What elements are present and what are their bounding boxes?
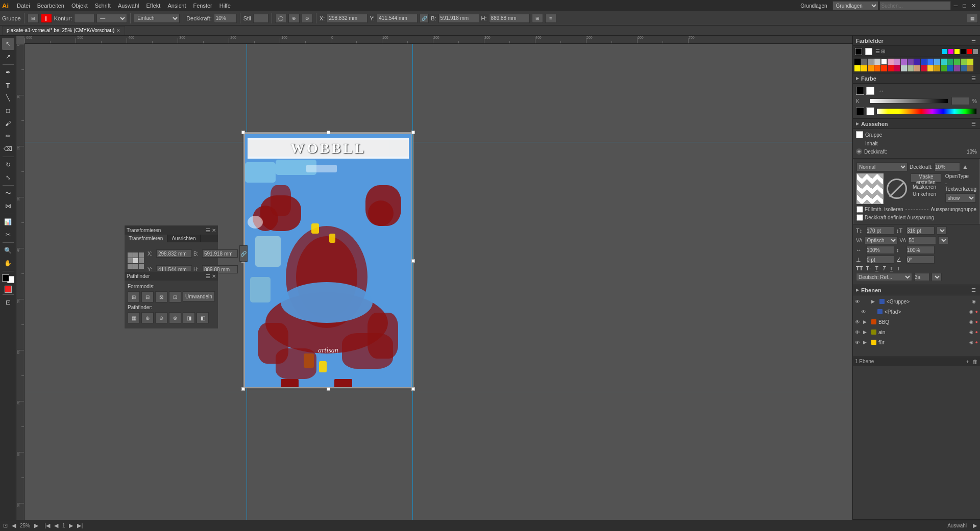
opacity-up-arrow[interactable]: ▲	[962, 163, 968, 170]
x-transform-input[interactable]	[156, 249, 192, 258]
farbe-black[interactable]	[856, 107, 864, 115]
close-btn[interactable]: ✕	[971, 3, 976, 9]
rotate-tool[interactable]: ↻	[2, 159, 14, 171]
swatch-sand[interactable]	[914, 65, 920, 71]
grundlagen-select[interactable]: Grundlagen	[832, 1, 878, 10]
rect-tool[interactable]: □	[2, 105, 14, 117]
layer-target-gruppe[interactable]: ◉	[972, 299, 976, 304]
new-layer-btn[interactable]: +	[966, 359, 969, 365]
font-size-input2[interactable]	[906, 226, 935, 235]
swatch-purple[interactable]	[901, 59, 907, 65]
deckkraft-eye[interactable]	[856, 148, 862, 155]
layer-lock-pfad[interactable]: ●	[975, 309, 978, 314]
blend-mode-select[interactable]: Normal	[856, 162, 908, 171]
layer-eye-pfad[interactable]: 👁	[861, 309, 867, 315]
anchor-grid[interactable]	[128, 252, 144, 269]
zoom-tool[interactable]: 🔍	[2, 244, 14, 257]
scale-tool[interactable]: ⤡	[2, 171, 14, 184]
scale-h-input[interactable]	[866, 246, 894, 254]
direct-select-tool[interactable]: ↗	[2, 50, 14, 63]
stil-select[interactable]: Einfach	[134, 14, 180, 23]
pf-btn9[interactable]: ◨	[183, 312, 195, 323]
swatch-lightgray[interactable]	[874, 59, 880, 65]
swatch-r6[interactable]	[954, 65, 960, 71]
layer-eye-ain[interactable]: 👁	[855, 330, 861, 335]
swatch-sky[interactable]	[934, 59, 940, 65]
screen-modes[interactable]: ⊡	[3, 522, 8, 529]
align-icon[interactable]: ≡	[545, 14, 556, 23]
swatch-r3[interactable]	[934, 65, 940, 71]
layer-row-fur[interactable]: 👁 ▶ für ◉ ●	[853, 337, 980, 347]
menu-effekt[interactable]: Effekt	[143, 2, 163, 10]
bg-swatch[interactable]	[865, 48, 872, 55]
fill-color[interactable]	[2, 274, 9, 282]
layers-menu[interactable]: ☰	[970, 287, 977, 293]
pf-btn1[interactable]: ⊞	[128, 291, 140, 302]
swatch-red[interactable]	[888, 65, 894, 71]
swatch-darkgray[interactable]	[861, 59, 867, 65]
type-tool[interactable]: T	[2, 79, 14, 91]
swatch-orange[interactable]	[868, 65, 874, 71]
layers-collapse-icon[interactable]: ▶	[856, 288, 859, 292]
icon-a[interactable]: ◯	[275, 14, 286, 23]
color-tool[interactable]	[5, 286, 12, 293]
swatch-blue-bright[interactable]	[927, 59, 934, 65]
language-select[interactable]: Deutsch: Ref...	[856, 273, 912, 281]
pf-btn4[interactable]: ⊡	[169, 291, 181, 302]
blend-tool[interactable]: ⋈	[2, 200, 14, 212]
swatch-orange-dark[interactable]	[874, 65, 880, 71]
artboard-tool[interactable]: ⊡	[2, 296, 14, 309]
pencil-tool[interactable]: ✏	[2, 130, 14, 142]
font-size-input1[interactable]	[866, 226, 894, 235]
slice-tool[interactable]: ✂	[2, 229, 14, 241]
swatch-yellow-green[interactable]	[961, 59, 967, 65]
swatch-teal[interactable]	[941, 59, 947, 65]
pathfinder-header[interactable]: Pathfinder ☰ ✕	[125, 271, 218, 281]
farbe-header[interactable]: ▶ Farbe ☰	[853, 73, 980, 84]
swatch-r4[interactable]	[941, 65, 947, 71]
line-tool[interactable]: ╲	[2, 92, 14, 104]
shape-grid-icon[interactable]: ⊞	[28, 14, 39, 23]
layer-row-bbq[interactable]: 👁 ▶ BBQ ◉ ●	[853, 317, 980, 327]
swatch-violet[interactable]	[914, 59, 920, 65]
artboard-nav-next[interactable]: ▶	[34, 522, 38, 529]
pf-btn10[interactable]: ◧	[197, 312, 209, 323]
delete-layer-btn[interactable]: 🗑	[972, 359, 978, 365]
farbe-collapse-icon[interactable]: ▶	[856, 76, 859, 81]
aussehen-swatch[interactable]	[856, 131, 863, 138]
swatch-crimson[interactable]	[894, 65, 900, 71]
hand-tool[interactable]: ✋	[2, 257, 14, 269]
nav-first[interactable]: |◀	[44, 522, 50, 529]
fullmth-checkbox[interactable]	[856, 206, 863, 213]
layers-header[interactable]: ▶ Ebenen ☰	[853, 285, 980, 295]
artwork-canvas[interactable]: WOBBLL	[24, 44, 852, 520]
text-select3[interactable]	[932, 273, 942, 281]
swatch-pink[interactable]	[888, 59, 894, 65]
tab-close-btn[interactable]: ✕	[116, 28, 120, 33]
farbfelder-header[interactable]: Farbfelder ☰	[853, 36, 980, 46]
swatch-purple-light[interactable]	[894, 59, 900, 65]
layer-target-pfad[interactable]: ◉	[969, 309, 973, 314]
swatch-amber[interactable]	[861, 65, 867, 71]
swatch-green[interactable]	[954, 59, 960, 65]
farbe-icon1[interactable]: ↔	[878, 88, 884, 94]
layer-eye-fur[interactable]: 👁	[855, 340, 861, 345]
layer-lock-ain[interactable]: ●	[975, 330, 978, 335]
maximize-btn[interactable]: □	[963, 3, 966, 9]
layer-eye-bbq[interactable]: 👁	[855, 319, 861, 325]
layer-arrow-ain[interactable]: ▶	[863, 330, 869, 335]
active-tab[interactable]: plakate-a1-vorne.ai* bei 25% (CMYK/Vorsc…	[2, 26, 125, 35]
transform-menu[interactable]: ☰	[206, 227, 210, 233]
menu-datei[interactable]: Datei	[14, 2, 33, 10]
menu-fenster[interactable]: Fenster	[190, 2, 215, 10]
paintbrush-tool[interactable]: 🖌	[2, 117, 14, 130]
swatch-yellow[interactable]	[854, 65, 861, 71]
farbe-menu[interactable]: ☰	[970, 75, 977, 81]
pf-btn8[interactable]: ⊗	[169, 312, 181, 323]
icon-c[interactable]: ⊘	[302, 14, 313, 23]
aussehen-collapse-icon[interactable]: ▶	[856, 121, 859, 126]
layer-lock-fur[interactable]: ●	[975, 340, 978, 345]
swatch-r1[interactable]	[921, 65, 927, 71]
icon-b[interactable]: ⊕	[288, 14, 300, 23]
farbe-fg[interactable]	[856, 87, 864, 95]
